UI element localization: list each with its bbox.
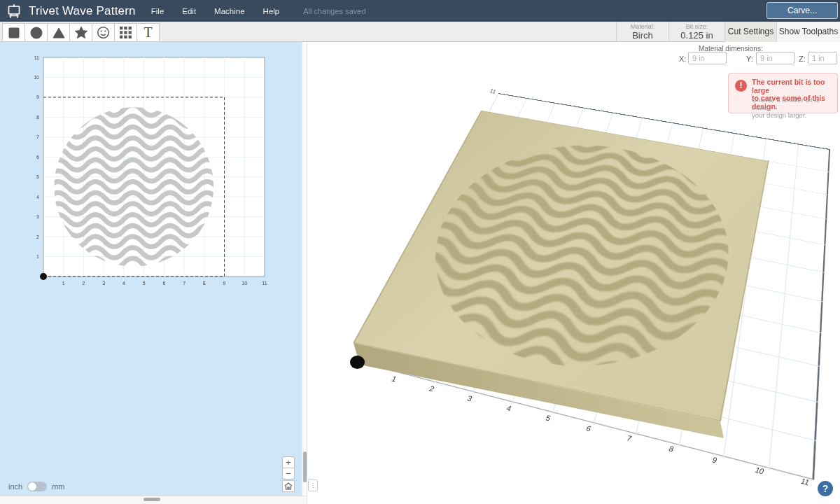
workpiece-canvas[interactable] xyxy=(43,57,265,276)
square-tool-button[interactable] xyxy=(2,23,25,42)
show-toolpaths-button[interactable]: Show Toolpaths xyxy=(777,22,840,42)
panel-divider xyxy=(307,42,307,504)
project-title[interactable]: Trivet Wave Pattern xyxy=(29,4,136,18)
x-axis-ruler: 1234567891011 xyxy=(62,281,267,286)
svg-text:11: 11 xyxy=(262,281,267,286)
svg-text:1: 1 xyxy=(36,254,39,259)
svg-text:10: 10 xyxy=(34,75,39,80)
square-icon xyxy=(8,27,20,38)
dim-y-label: Y: xyxy=(746,55,753,63)
origin-marker-2d[interactable] xyxy=(40,273,47,280)
svg-text:1: 1 xyxy=(62,281,65,286)
carve-button[interactable]: Carve... xyxy=(766,2,838,19)
triangle-icon xyxy=(52,27,65,38)
svg-text:10: 10 xyxy=(241,281,247,286)
svg-text:5: 5 xyxy=(36,174,39,179)
zoom-out-button[interactable]: − xyxy=(282,468,295,479)
icon-library-button[interactable] xyxy=(92,23,115,42)
easel-logo-icon[interactable] xyxy=(6,3,22,20)
menu-bar: FileEditMachineHelp xyxy=(151,7,279,15)
svg-text:8: 8 xyxy=(36,115,39,120)
material-label: Material: xyxy=(617,23,668,30)
svg-text:2: 2 xyxy=(83,281,85,286)
dim-y-input[interactable] xyxy=(756,52,794,64)
svg-text:4: 4 xyxy=(122,281,125,286)
smiley-icon xyxy=(97,26,110,39)
circle-tool-button[interactable] xyxy=(24,23,48,42)
star-tool-button[interactable] xyxy=(69,23,92,42)
design-2d-panel[interactable]: 11109876543211234567891011 xyxy=(0,42,302,496)
material-selector[interactable]: Material: Birch xyxy=(617,22,668,42)
circle-icon xyxy=(30,27,43,39)
svg-text:7: 7 xyxy=(36,134,39,139)
easel-app-window: 1234567891011 11 11109876543211234567891… xyxy=(0,0,840,504)
svg-text:3: 3 xyxy=(102,281,105,286)
autosave-status: All changes saved xyxy=(303,7,365,15)
svg-text:9: 9 xyxy=(36,94,39,99)
warning-body: Choose a smaller bit or makeyour design … xyxy=(752,96,837,119)
vertical-scrollbar[interactable] xyxy=(302,42,307,496)
y-axis-ruler: 1110987654321 xyxy=(34,55,39,260)
preview-axis-tick-10: 10 xyxy=(755,465,765,475)
menu-item-edit[interactable]: Edit xyxy=(182,7,196,15)
horizontal-scrollbar[interactable] xyxy=(0,496,307,504)
svg-text:6: 6 xyxy=(36,155,39,160)
grid-icon xyxy=(120,27,132,38)
bit-too-large-warning: ! The current bit is too largeto carve s… xyxy=(728,73,838,113)
help-button[interactable]: ? xyxy=(818,481,833,496)
unit-inch-label: inch xyxy=(8,482,22,491)
unit-toggle-control[interactable]: inch mm xyxy=(8,481,65,492)
star-icon xyxy=(75,27,88,38)
triangle-tool-button[interactable] xyxy=(47,23,70,42)
menu-item-machine[interactable]: Machine xyxy=(214,7,244,15)
text-tool-button[interactable]: T xyxy=(136,23,160,42)
svg-text:9: 9 xyxy=(223,281,226,286)
home-icon xyxy=(284,482,293,490)
unit-toggle-knob xyxy=(28,482,36,491)
panel-divider-grip[interactable]: ⋮ xyxy=(308,479,318,491)
svg-text:3: 3 xyxy=(36,214,39,219)
unit-mm-label: mm xyxy=(52,482,64,491)
apps-grid-button[interactable] xyxy=(114,23,137,42)
unit-toggle-switch[interactable] xyxy=(27,482,47,491)
dim-x-label: X: xyxy=(679,55,686,63)
bit-size-label: Bit size: xyxy=(669,23,724,30)
svg-text:6: 6 xyxy=(162,281,165,286)
dim-z-input[interactable] xyxy=(808,52,837,64)
svg-text:11: 11 xyxy=(34,55,39,60)
svg-text:5: 5 xyxy=(143,281,146,286)
cut-settings-button[interactable]: Cut Settings xyxy=(724,22,777,42)
origin-marker-3d xyxy=(350,356,365,369)
svg-text:7: 7 xyxy=(183,281,186,286)
menu-item-help[interactable]: Help xyxy=(263,7,280,15)
horizontal-scrollbar-thumb[interactable] xyxy=(144,498,160,501)
svg-text:2: 2 xyxy=(36,234,39,239)
dim-z-label: Z: xyxy=(799,55,806,63)
material-value: Birch xyxy=(617,30,668,41)
design-2d-canvas[interactable]: 11109876543211234567891011 xyxy=(0,42,302,496)
toolbar: T Material: Birch Bit size: 0.125 in Cut… xyxy=(0,22,840,42)
app-header: Trivet Wave Pattern FileEditMachineHelp … xyxy=(0,0,840,22)
menu-item-file[interactable]: File xyxy=(151,7,164,15)
zoom-home-button[interactable] xyxy=(282,480,295,492)
dim-x-input[interactable] xyxy=(688,52,727,64)
zoom-in-button[interactable]: + xyxy=(282,456,295,468)
svg-text:4: 4 xyxy=(36,195,39,200)
bit-size-value: 0.125 in xyxy=(669,30,724,41)
bit-size-selector[interactable]: Bit size: 0.125 in xyxy=(669,22,724,42)
svg-text:8: 8 xyxy=(203,281,206,286)
warning-icon: ! xyxy=(735,80,747,92)
